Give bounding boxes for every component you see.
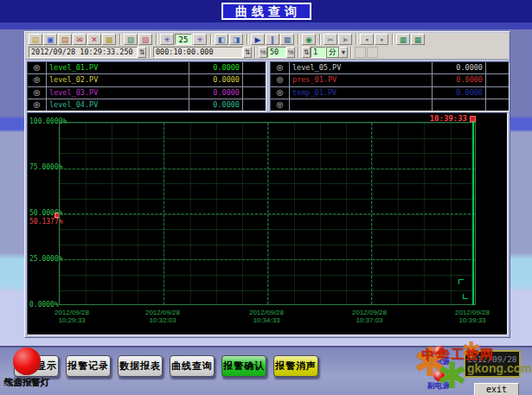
copy-image-icon[interactable]: ▧ [124, 34, 138, 45]
power-lamp-icon [433, 346, 445, 357]
time-cursor-handle[interactable] [470, 116, 476, 122]
pen-tag-name: level_03.PV [47, 87, 189, 99]
eye-icon[interactable]: ◎ [28, 99, 47, 111]
y-axis-tick: 0.0000% [29, 301, 58, 309]
interval-spinner[interactable]: ⇅ [302, 47, 311, 58]
x-axis-tick: 2012/09/2810:39:33 [444, 309, 501, 324]
pen-row[interactable]: ◎ level_03.PV 0.0000 [28, 87, 266, 99]
open-file-icon[interactable]: ▤ [29, 34, 42, 45]
trend-window: ▤ ▣ ▤ ✉ ✕ ▦ ▧ ▧ [24, 31, 510, 338]
cursor-y-value-label: 50.1377% [29, 218, 63, 226]
select-cursor-icon[interactable]: ➤ [338, 34, 352, 45]
pen-value: 0.0000 [189, 62, 243, 73]
play-icon[interactable]: ▶ [251, 34, 265, 45]
separator[interactable] [298, 34, 299, 45]
y-axis-tick: 25.0000% [29, 255, 58, 263]
power-button-label: 主电源 [421, 357, 456, 367]
properties-icon[interactable]: ▦ [102, 34, 116, 45]
eye-icon[interactable]: ◎ [271, 74, 290, 86]
power-button[interactable]: 主电源 [421, 346, 456, 367]
x-axis-tick: 2012/09/2810:32:03 [134, 309, 191, 324]
eye-icon[interactable]: ◎ [28, 62, 47, 73]
time-span-spinner[interactable]: ⇅ [243, 47, 252, 58]
tool-extra-1-icon[interactable]: ▪ [360, 34, 374, 45]
data-table-2-icon[interactable]: ▦ [411, 34, 425, 45]
tool-extra-2-icon[interactable]: ▪ [375, 34, 388, 45]
separator[interactable] [247, 34, 248, 45]
pen-row[interactable]: ◎ level_04.PV 0.0000 [28, 99, 266, 111]
delete-icon[interactable]: ✕ [87, 34, 101, 45]
pause-icon[interactable]: ∥ [266, 34, 279, 45]
major-gridline-v [267, 123, 268, 304]
print-icon[interactable]: ✉ [73, 34, 87, 45]
separator[interactable] [356, 34, 357, 45]
eye-icon[interactable]: ◎ [28, 87, 47, 99]
percent-scale-field[interactable]: 50 [267, 47, 286, 58]
y-zoom-percent-field[interactable]: 25 [175, 34, 192, 45]
pen-row[interactable]: ◎ temp_01.PV 0.0000 [271, 87, 509, 99]
cut-curve-icon[interactable]: ✂ [324, 34, 337, 45]
eye-icon[interactable]: ◎ [271, 87, 290, 99]
percent-decrease-button[interactable]: % [259, 47, 267, 58]
eye-icon[interactable]: ◎ [271, 99, 290, 111]
pen-tag-name: level_05.PV [290, 62, 433, 73]
pen-row[interactable]: ◎ level_05.PV 0.0000 [271, 62, 509, 74]
pen-row[interactable]: ◎ [271, 99, 509, 111]
y-axis-tick: 75.0000% [29, 163, 58, 171]
pen-value [433, 99, 486, 111]
exit-button[interactable]: exit [474, 383, 519, 395]
start-time-field[interactable]: 2012/09/28 10:29:33.250 [29, 47, 138, 58]
interval-unit-dropdown[interactable]: ▼ [339, 47, 348, 58]
y-zoom-in-icon[interactable]: ✳ [193, 34, 207, 45]
separator[interactable] [210, 34, 212, 45]
start-time-spinner[interactable]: ⇅ [138, 47, 146, 58]
pen-tag-name: level_02.PV [47, 74, 189, 86]
trend-chart: 100.0000%75.0000%50.0000%25.0000%0.0000%… [27, 112, 508, 335]
save-icon[interactable]: ▣ [43, 34, 57, 45]
pen-row[interactable]: ◎ level_02.PV 0.0000 [28, 74, 266, 86]
y-zoom-out-icon[interactable]: ✳ [160, 34, 174, 45]
interval-field[interactable]: 1 [311, 47, 326, 58]
pen-legend-area: ◎ level_01.PV 0.0000 ◎ level_02.PV 0.000… [27, 61, 510, 111]
pan-right-icon[interactable]: ◨ [229, 34, 243, 45]
major-gridline-v [371, 123, 372, 304]
pen-tag-name: temp_01.PV [290, 87, 433, 99]
eye-icon[interactable]: ◎ [28, 74, 47, 86]
separator [149, 47, 151, 58]
nav-button[interactable]: 曲线查询 [170, 355, 215, 377]
send-mail-icon[interactable]: ▧ [138, 34, 152, 45]
pen-extra-cell [486, 74, 509, 86]
data-table-1-icon[interactable]: ▦ [396, 34, 410, 45]
interval-unit-label: 分 [326, 47, 339, 58]
pen-tag-name: level_01.PV [47, 62, 189, 73]
pen-row[interactable]: ◎ pres_01.PV 0.0000 [271, 74, 509, 86]
pen-row[interactable]: ◎ level_01.PV 0.0000 [28, 62, 266, 74]
major-gridline-v [163, 123, 164, 304]
separator [254, 47, 256, 58]
y-axis-tick: 100.0000% [29, 118, 58, 125]
top-title-band: 曲线查询 [0, 0, 532, 29]
time-range-icon[interactable]: ▦ [280, 34, 294, 45]
nav-button[interactable]: 报警消声 [273, 355, 318, 377]
separator[interactable] [156, 34, 157, 45]
time-cursor[interactable] [472, 122, 474, 305]
x-axis-tick: 2012/09/2810:37:03 [341, 309, 398, 324]
time-span-field[interactable]: 000:10:00.000 [153, 47, 243, 58]
nav-button[interactable]: 报警确认 [221, 355, 266, 377]
cursor-time-label: 10:39:33 [401, 114, 467, 123]
export-data-icon[interactable]: ▤ [58, 34, 72, 45]
separator[interactable] [392, 34, 394, 45]
separator[interactable] [119, 34, 121, 45]
hmi-screen: 曲线查询 ▤ ▣ ▤ ✉ ✕ ▦ [0, 0, 532, 395]
pen-value: 0.0000 [189, 74, 243, 86]
pan-left-icon[interactable]: ◧ [215, 34, 228, 45]
plot-area[interactable] [59, 122, 476, 305]
separator[interactable] [319, 34, 321, 45]
nav-button[interactable]: 报警记录 [66, 355, 111, 377]
nav-button[interactable]: 数据报表 [118, 355, 163, 377]
power-button[interactable]: 副电源 [421, 370, 456, 392]
percent-increase-button[interactable]: % [286, 47, 295, 58]
eye-icon[interactable]: ◎ [271, 62, 290, 73]
bottom-bar: 液位显示 报警记录 数据报表 曲线查询 报警确认 报警消声 气源报警灯 [0, 346, 532, 395]
refresh-icon[interactable]: ◉ [302, 34, 316, 45]
